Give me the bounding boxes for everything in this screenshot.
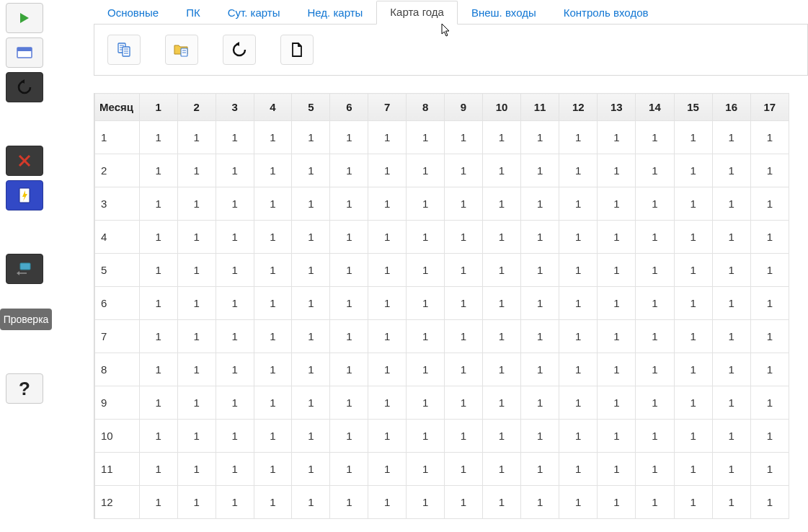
data-cell[interactable]: 1 xyxy=(445,254,483,287)
data-cell[interactable]: 1 xyxy=(254,221,292,254)
data-cell[interactable]: 1 xyxy=(292,486,330,519)
data-cell[interactable]: 1 xyxy=(216,353,254,386)
data-cell[interactable]: 1 xyxy=(330,221,368,254)
data-cell[interactable]: 1 xyxy=(521,453,559,486)
data-cell[interactable]: 1 xyxy=(559,287,598,320)
data-cell[interactable]: 1 xyxy=(177,287,216,320)
copy-doc-button[interactable] xyxy=(107,35,141,65)
data-cell[interactable]: 1 xyxy=(139,420,177,453)
data-cell[interactable]: 1 xyxy=(330,154,368,187)
data-cell[interactable]: 1 xyxy=(598,320,636,353)
data-cell[interactable]: 1 xyxy=(177,420,216,453)
data-cell[interactable]: 1 xyxy=(368,121,407,154)
data-cell[interactable]: 1 xyxy=(712,187,750,221)
data-cell[interactable]: 1 xyxy=(674,353,712,386)
data-cell[interactable]: 1 xyxy=(330,420,368,453)
data-cell[interactable]: 1 xyxy=(177,486,216,519)
data-cell[interactable]: 1 xyxy=(482,386,520,420)
data-cell[interactable]: 1 xyxy=(598,486,636,519)
table-row[interactable]: 311111111111111111 xyxy=(95,187,789,221)
data-cell[interactable]: 1 xyxy=(636,353,674,386)
data-cell[interactable]: 1 xyxy=(750,353,789,386)
check-button[interactable]: Проверка xyxy=(0,309,52,330)
data-cell[interactable]: 1 xyxy=(598,287,636,320)
data-cell[interactable]: 1 xyxy=(674,486,712,519)
data-cell[interactable]: 1 xyxy=(598,254,636,287)
data-cell[interactable]: 1 xyxy=(254,121,292,154)
data-cell[interactable]: 1 xyxy=(216,154,254,187)
data-cell[interactable]: 1 xyxy=(445,121,483,154)
tab-3[interactable]: Нед. карты xyxy=(293,1,376,25)
data-cell[interactable]: 1 xyxy=(254,187,292,221)
data-cell[interactable]: 1 xyxy=(216,320,254,353)
table-row[interactable]: 111111111111111111 xyxy=(95,121,789,154)
data-cell[interactable]: 1 xyxy=(445,386,483,420)
refresh-button[interactable] xyxy=(223,35,256,65)
data-cell[interactable]: 1 xyxy=(216,221,254,254)
data-cell[interactable]: 1 xyxy=(330,320,368,353)
data-cell[interactable]: 1 xyxy=(139,187,177,221)
data-cell[interactable]: 1 xyxy=(521,486,559,519)
data-cell[interactable]: 1 xyxy=(407,187,445,221)
close-button[interactable] xyxy=(6,146,43,176)
data-cell[interactable]: 1 xyxy=(177,353,216,386)
data-cell[interactable]: 1 xyxy=(712,386,750,420)
data-cell[interactable]: 1 xyxy=(712,320,750,353)
data-cell[interactable]: 1 xyxy=(750,386,789,420)
data-cell[interactable]: 1 xyxy=(598,187,636,221)
data-cell[interactable]: 1 xyxy=(407,386,445,420)
data-cell[interactable]: 1 xyxy=(445,486,483,519)
data-cell[interactable]: 1 xyxy=(750,420,789,453)
data-cell[interactable]: 1 xyxy=(445,320,483,353)
data-cell[interactable]: 1 xyxy=(598,420,636,453)
table-row[interactable]: 1111111111111111111 xyxy=(95,453,789,486)
data-cell[interactable]: 1 xyxy=(330,353,368,386)
data-cell[interactable]: 1 xyxy=(254,287,292,320)
data-cell[interactable]: 1 xyxy=(521,320,559,353)
data-cell[interactable]: 1 xyxy=(368,221,407,254)
table-row[interactable]: 411111111111111111 xyxy=(95,221,789,254)
data-cell[interactable]: 1 xyxy=(254,453,292,486)
data-cell[interactable]: 1 xyxy=(750,221,789,254)
data-cell[interactable]: 1 xyxy=(712,486,750,519)
data-cell[interactable]: 1 xyxy=(598,121,636,154)
table-row[interactable]: 711111111111111111 xyxy=(95,320,789,353)
table-row[interactable]: 1211111111111111111 xyxy=(95,486,789,519)
data-cell[interactable]: 1 xyxy=(674,154,712,187)
data-cell[interactable]: 1 xyxy=(254,420,292,453)
data-cell[interactable]: 1 xyxy=(216,254,254,287)
data-cell[interactable]: 1 xyxy=(330,121,368,154)
data-cell[interactable]: 1 xyxy=(177,386,216,420)
data-cell[interactable]: 1 xyxy=(559,453,598,486)
data-cell[interactable]: 1 xyxy=(254,353,292,386)
data-cell[interactable]: 1 xyxy=(636,453,674,486)
tab-6[interactable]: Контроль входов xyxy=(550,1,662,25)
table-row[interactable]: 611111111111111111 xyxy=(95,287,789,320)
data-cell[interactable]: 1 xyxy=(177,121,216,154)
data-cell[interactable]: 1 xyxy=(482,320,520,353)
data-cell[interactable]: 1 xyxy=(750,254,789,287)
data-cell[interactable]: 1 xyxy=(330,453,368,486)
data-cell[interactable]: 1 xyxy=(407,486,445,519)
data-cell[interactable]: 1 xyxy=(674,221,712,254)
data-cell[interactable]: 1 xyxy=(177,187,216,221)
data-cell[interactable]: 1 xyxy=(598,453,636,486)
data-cell[interactable]: 1 xyxy=(407,353,445,386)
data-cell[interactable]: 1 xyxy=(139,254,177,287)
data-cell[interactable]: 1 xyxy=(445,154,483,187)
data-cell[interactable]: 1 xyxy=(216,287,254,320)
data-cell[interactable]: 1 xyxy=(330,254,368,287)
data-cell[interactable]: 1 xyxy=(330,486,368,519)
data-cell[interactable]: 1 xyxy=(636,187,674,221)
data-cell[interactable]: 1 xyxy=(521,386,559,420)
tab-2[interactable]: Сут. карты xyxy=(214,1,294,25)
data-cell[interactable]: 1 xyxy=(559,320,598,353)
data-cell[interactable]: 1 xyxy=(407,154,445,187)
data-cell[interactable]: 1 xyxy=(598,353,636,386)
data-cell[interactable]: 1 xyxy=(177,453,216,486)
data-cell[interactable]: 1 xyxy=(636,420,674,453)
data-cell[interactable]: 1 xyxy=(292,287,330,320)
data-cell[interactable]: 1 xyxy=(368,420,407,453)
data-cell[interactable]: 1 xyxy=(674,320,712,353)
tab-5[interactable]: Внеш. входы xyxy=(458,1,550,25)
